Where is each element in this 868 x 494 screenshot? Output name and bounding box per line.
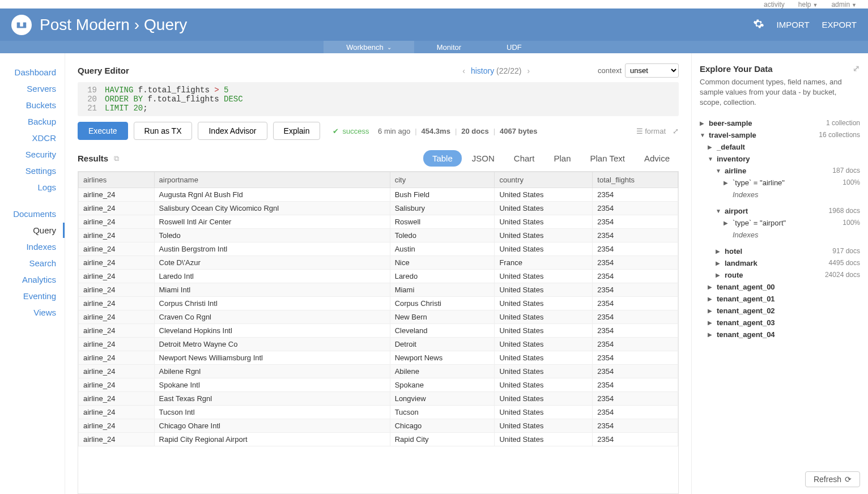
tree-node[interactable]: ▼airline187 docs <box>700 165 860 177</box>
explain-button[interactable]: Explain <box>273 122 321 140</box>
table-row[interactable]: airline_24Detroit Metro Wayne CoDetroitU… <box>79 338 678 351</box>
tree-node[interactable]: ▶tenant_agent_02 <box>700 305 860 317</box>
sidebar-item-xdcr[interactable]: XDCR <box>0 130 65 146</box>
panel-description: Common document types, field names, and … <box>700 77 860 108</box>
table-row[interactable]: airline_24Corpus Christi IntlCorpus Chri… <box>79 297 678 310</box>
import-link[interactable]: IMPORT <box>777 20 810 29</box>
history-count: (22/22) <box>496 66 521 75</box>
expand-icon[interactable]: ⤢ <box>673 127 679 135</box>
table-row[interactable]: airline_24Miami IntlMiamiUnited States23… <box>79 283 678 297</box>
sidebar-item-dashboard[interactable]: Dashboard <box>0 65 65 80</box>
tree-node[interactable]: ▶tenant_agent_00 <box>700 281 860 293</box>
tree-node[interactable]: ▶`type` = "airline"100% <box>700 177 860 189</box>
tab-workbench[interactable]: Workbench⌄ <box>324 41 414 53</box>
tree-toggle-icon: ▶ <box>716 260 722 266</box>
topbar-activity[interactable]: activity <box>764 1 785 8</box>
gear-icon[interactable] <box>753 18 764 31</box>
table-row[interactable]: airline_24Roswell Intl Air CenterRoswell… <box>79 215 678 229</box>
tree-node[interactable]: ▶`type` = "airport"100% <box>700 217 860 229</box>
tree-toggle-icon: ▶ <box>724 180 730 186</box>
tree-node[interactable]: ▼travel-sample16 collections <box>700 129 860 141</box>
chevron-down-icon: ⌄ <box>387 44 392 50</box>
table-row[interactable]: airline_24Abilene RgnlAbileneUnited Stat… <box>79 365 678 378</box>
result-tab-plan-text[interactable]: Plan Text <box>581 150 634 167</box>
tab-monitor[interactable]: Monitor <box>414 41 484 53</box>
tree-node[interactable]: ▶beer-sample1 collection <box>700 117 860 129</box>
history-link[interactable]: history <box>471 66 494 75</box>
tree-node[interactable]: ▶tenant_agent_03 <box>700 317 860 329</box>
logo-icon <box>11 15 32 35</box>
query-editor[interactable]: 19HAVING f.total_flights > 520ORDER BY f… <box>78 82 679 116</box>
sidebar-item-backup[interactable]: Backup <box>0 114 65 129</box>
tree-node[interactable]: Indexes <box>700 189 860 201</box>
table-row[interactable]: airline_24Spokane IntlSpokaneUnited Stat… <box>79 378 678 392</box>
index-advisor-button[interactable]: Index Advisor <box>198 122 267 140</box>
results-table-container[interactable]: airlinesairportnamecitycountrytotal_flig… <box>78 171 679 494</box>
run-as-tx-button[interactable]: Run as TX <box>134 122 193 140</box>
refresh-button[interactable]: Refresh ⟳ <box>805 471 860 487</box>
table-row[interactable]: airline_24Augusta Rgnl At Bush FldBush F… <box>79 188 678 202</box>
table-row[interactable]: airline_24Austin Bergstrom IntlAustinUni… <box>79 242 678 256</box>
result-tab-plan[interactable]: Plan <box>545 150 580 167</box>
tree-toggle-icon: ▶ <box>708 144 714 150</box>
tree-node[interactable]: ▶route24024 docs <box>700 269 860 281</box>
table-row[interactable]: airline_24Craven Co RgnlNew BernUnited S… <box>79 310 678 324</box>
result-tab-table[interactable]: Table <box>423 150 462 167</box>
result-tab-json[interactable]: JSON <box>463 150 504 167</box>
tree-node[interactable]: ▼airport1968 docs <box>700 205 860 217</box>
tree-toggle-icon: ▶ <box>700 120 707 126</box>
tree-toggle-icon: ▶ <box>708 296 714 302</box>
sidebar-item-eventing[interactable]: Eventing <box>0 288 65 304</box>
table-row[interactable]: airline_24Cote D\'AzurNiceFrance2354 <box>79 256 678 270</box>
execute-button[interactable]: Execute <box>78 122 128 140</box>
table-row[interactable]: airline_24Chicago Ohare IntlChicagoUnite… <box>79 419 678 433</box>
copy-icon[interactable]: ⧉ <box>114 154 119 163</box>
results-table: airlinesairportnamecitycountrytotal_flig… <box>78 172 678 446</box>
tree-node[interactable]: Indexes <box>700 229 860 241</box>
table-row[interactable]: airline_24ToledoToledoUnited States2354 <box>79 229 678 242</box>
status-bar: ✔ success 6 min ago| 454.3ms| 20 docs| 4… <box>333 127 537 135</box>
tree-node[interactable]: ▶tenant_agent_01 <box>700 293 860 305</box>
tree-node[interactable]: ▼inventory <box>700 153 860 165</box>
table-row[interactable]: airline_24East Texas RgnlLongviewUnited … <box>79 392 678 406</box>
sidebar-item-views[interactable]: Views <box>0 305 65 320</box>
tree-node[interactable]: ▶hotel917 docs <box>700 245 860 257</box>
result-tab-chart[interactable]: Chart <box>505 150 544 167</box>
sidebar-item-buckets[interactable]: Buckets <box>0 97 65 113</box>
tree-node[interactable]: ▶_default <box>700 141 860 153</box>
history-next-icon[interactable]: › <box>527 66 530 75</box>
tree-node[interactable]: ▶landmark4495 docs <box>700 257 860 269</box>
topbar-admin[interactable]: admin▼ <box>831 1 857 8</box>
sidebar-item-logs[interactable]: Logs <box>0 180 65 195</box>
result-tab-advice[interactable]: Advice <box>635 150 679 167</box>
table-row[interactable]: airline_24Tucson IntlTucsonUnited States… <box>79 406 678 419</box>
tree-toggle-icon: ▶ <box>716 272 722 278</box>
results-title: Results <box>78 154 108 163</box>
sidebar-item-indexes[interactable]: Indexes <box>0 239 65 254</box>
table-row[interactable]: airline_24Newport News Williamsburg Intl… <box>79 351 678 365</box>
table-row[interactable]: airline_24Cleveland Hopkins IntlClevelan… <box>79 324 678 338</box>
page-title: Post Modern›Query <box>40 16 187 34</box>
tree-node[interactable]: ▶tenant_agent_04 <box>700 329 860 340</box>
tree-toggle-icon: ▼ <box>716 208 722 214</box>
sidebar-item-servers[interactable]: Servers <box>0 81 65 96</box>
table-row[interactable]: airline_24Laredo IntlLaredoUnited States… <box>79 270 678 283</box>
topbar-help[interactable]: help▼ <box>798 1 818 8</box>
sidebar-item-search[interactable]: Search <box>0 255 65 271</box>
expand-icon[interactable]: ⤢ <box>853 63 860 74</box>
sidebar-item-analytics[interactable]: Analytics <box>0 272 65 287</box>
history-prev-icon[interactable]: ‹ <box>462 66 465 75</box>
sidebar-item-settings[interactable]: Settings <box>0 163 65 178</box>
tab-udf[interactable]: UDF <box>484 41 544 53</box>
column-header: airlines <box>79 172 155 188</box>
export-link[interactable]: EXPORT <box>822 20 857 29</box>
format-button[interactable]: ☰ format <box>636 127 666 135</box>
table-row[interactable]: airline_24Rapid City Regional AirportRap… <box>79 433 678 446</box>
sidebar-item-documents[interactable]: Documents <box>0 206 65 222</box>
context-select[interactable]: unset <box>625 63 679 78</box>
table-row[interactable]: airline_24Salisbury Ocean City Wicomico … <box>79 202 678 215</box>
sidebar-item-query[interactable]: Query <box>0 223 65 238</box>
tree-toggle-icon: ▼ <box>708 156 714 162</box>
sidebar-item-security[interactable]: Security <box>0 147 65 162</box>
check-icon: ✔ <box>333 127 339 135</box>
